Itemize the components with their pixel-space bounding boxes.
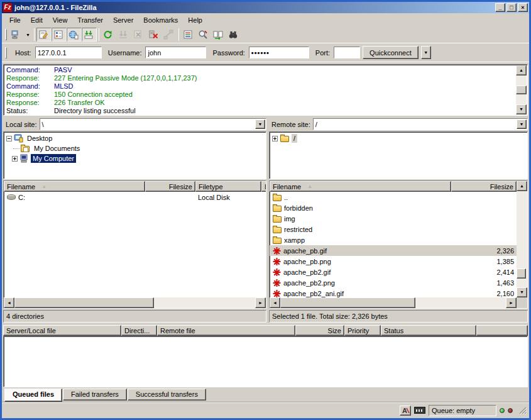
tab-successful-transfers[interactable]: Successful transfers <box>128 389 206 401</box>
queue-col-remote-file[interactable]: Remote file <box>157 325 295 336</box>
synchronized-browsing-button[interactable] <box>211 28 226 41</box>
folder-icon <box>273 195 282 201</box>
quickconnect-button[interactable]: Quickconnect <box>363 46 419 59</box>
resize-grip[interactable] <box>518 406 527 414</box>
quickconnect-dropdown-button[interactable]: ▼ <box>421 46 431 59</box>
transfer-type-indicator-icon[interactable]: A <box>400 406 411 416</box>
local-hscrollbar[interactable]: ◄ ► <box>4 297 266 308</box>
local-site-combo[interactable]: \ ▼ <box>40 118 266 130</box>
directory-comparison-button[interactable] <box>196 28 211 41</box>
tree-item-my-documents[interactable]: My Documents <box>4 143 265 153</box>
remote-row[interactable]: apache_pb2.gif 2,414 <box>270 267 517 277</box>
remote-row-selected[interactable]: apache_pb.gif 2,326 <box>270 245 517 256</box>
site-manager-dropdown-button[interactable]: ▼ <box>24 28 32 41</box>
maximize-button[interactable]: □ <box>506 3 517 12</box>
scroll-left-icon[interactable]: ◄ <box>4 297 14 308</box>
toggle-remote-tree-button[interactable] <box>67 28 82 41</box>
remote-file-list[interactable]: Filename▲ Filesize .. forbidden <box>269 180 528 309</box>
chevron-down-icon[interactable]: ▼ <box>517 119 527 129</box>
toggle-transfer-queue-button[interactable] <box>82 28 97 41</box>
process-queue-icon <box>118 30 128 40</box>
remote-vscrollbar[interactable]: ▲ ▼ <box>517 181 527 308</box>
queue-col-direction[interactable]: Directi... <box>121 325 157 336</box>
password-input[interactable] <box>249 47 309 58</box>
menu-view[interactable]: View <box>48 14 73 26</box>
remote-row[interactable]: xampp <box>270 235 517 245</box>
tab-failed-transfers[interactable]: Failed transfers <box>63 389 127 401</box>
search-files-button[interactable] <box>226 28 241 41</box>
queue-col-size[interactable]: Size <box>295 325 344 336</box>
site-manager-button[interactable] <box>9 28 24 41</box>
message-log[interactable]: Command:PASV Response:227 Entering Passi… <box>3 64 528 116</box>
speed-limit-indicator-icon[interactable] <box>414 407 425 414</box>
column-header-filename[interactable]: Filename▲ <box>270 181 451 192</box>
menu-file[interactable]: File <box>4 14 26 26</box>
username-input[interactable] <box>145 47 206 58</box>
title-bar[interactable]: Fz john@127.0.0.1 - FileZilla _ □ × <box>2 2 529 13</box>
remote-hscrollbar[interactable]: ◄ ► <box>270 297 517 308</box>
remote-status-text: Selected 1 file. Total size: 2,326 bytes <box>272 312 388 320</box>
remote-row[interactable]: .. <box>270 192 517 202</box>
scroll-right-icon[interactable]: ► <box>506 297 517 308</box>
remote-row[interactable]: restricted <box>270 224 517 235</box>
log-scrollbar[interactable]: ▲ ▼ <box>516 65 527 114</box>
local-row-c-drive[interactable]: C: Local Disk <box>4 192 266 202</box>
my-computer-icon <box>19 154 29 163</box>
remote-site-path: / <box>314 121 516 128</box>
remote-row[interactable]: apache_pb2.png 1,463 <box>270 277 517 288</box>
menu-help[interactable]: Help <box>183 14 207 26</box>
menu-edit[interactable]: Edit <box>26 14 48 26</box>
tab-queued-files[interactable]: Queued files <box>4 389 62 402</box>
host-input[interactable] <box>35 47 102 58</box>
expand-icon[interactable] <box>12 156 18 162</box>
scroll-up-icon[interactable]: ▲ <box>516 65 527 75</box>
queue-col-server-local-file[interactable]: Server/Local file <box>3 325 121 336</box>
toolbar-gripper[interactable] <box>5 29 7 40</box>
queue-col-priority[interactable]: Priority <box>344 325 381 336</box>
tree-item-desktop[interactable]: Desktop <box>4 133 265 143</box>
menu-server[interactable]: Server <box>108 14 138 26</box>
remote-vscroll-thumb[interactable] <box>517 268 526 279</box>
menu-bookmarks[interactable]: Bookmarks <box>138 14 183 26</box>
column-header-filesize[interactable]: Filesize <box>451 181 517 192</box>
remote-site-combo[interactable]: / ▼ <box>313 118 528 130</box>
queue-col-status[interactable]: Status <box>381 325 476 336</box>
toggle-local-tree-button[interactable] <box>52 28 67 41</box>
column-header-filetype[interactable]: Filetype <box>195 181 261 192</box>
port-input[interactable] <box>334 47 360 58</box>
refresh-button[interactable] <box>101 28 116 41</box>
menu-transfer[interactable]: Transfer <box>72 14 108 26</box>
expand-icon[interactable] <box>272 136 278 141</box>
minimize-button[interactable]: _ <box>495 3 505 12</box>
scroll-down-icon[interactable]: ▼ <box>516 104 527 114</box>
local-file-list[interactable]: Filename▲ Filesize Filetype L C: Loca <box>3 180 266 309</box>
tree-item-root[interactable]: / <box>270 133 527 143</box>
quickconnect-gripper[interactable] <box>5 47 7 58</box>
column-label: Filename <box>273 183 301 191</box>
remote-row[interactable]: apache_pb.png 1,385 <box>270 256 517 267</box>
chevron-down-icon[interactable]: ▼ <box>255 119 265 129</box>
scroll-right-icon[interactable]: ► <box>255 297 266 308</box>
column-header-filesize[interactable]: Filesize <box>145 181 195 192</box>
tree-item-my-computer[interactable]: My Computer <box>4 153 265 163</box>
column-header-last-modified[interactable]: L <box>261 181 266 192</box>
log-scroll-thumb[interactable] <box>516 86 527 94</box>
collapse-icon[interactable] <box>6 136 12 141</box>
remote-tree[interactable]: / <box>269 131 528 179</box>
close-button[interactable]: × <box>518 3 528 12</box>
remote-row[interactable]: forbidden <box>270 202 517 213</box>
directory-listing-filters-button[interactable] <box>181 28 196 41</box>
scroll-up-icon[interactable]: ▲ <box>517 181 527 191</box>
remote-row[interactable]: img <box>270 213 517 224</box>
disconnect-button[interactable] <box>146 28 161 41</box>
column-header-filename[interactable]: Filename▲ <box>4 181 145 192</box>
queue-list-area[interactable] <box>3 336 528 387</box>
scroll-down-icon[interactable]: ▼ <box>517 287 527 297</box>
local-tree[interactable]: Desktop My Documents My Computer <box>3 131 266 179</box>
sort-ascending-icon: ▲ <box>41 184 47 189</box>
toggle-message-log-button[interactable] <box>36 28 52 41</box>
scroll-left-icon[interactable]: ◄ <box>270 297 280 308</box>
local-hscroll-thumb[interactable] <box>14 297 154 308</box>
remote-row[interactable]: apache_pb2_ani.gif 2,160 <box>270 288 517 297</box>
remote-hscroll-thumb[interactable] <box>280 297 415 308</box>
